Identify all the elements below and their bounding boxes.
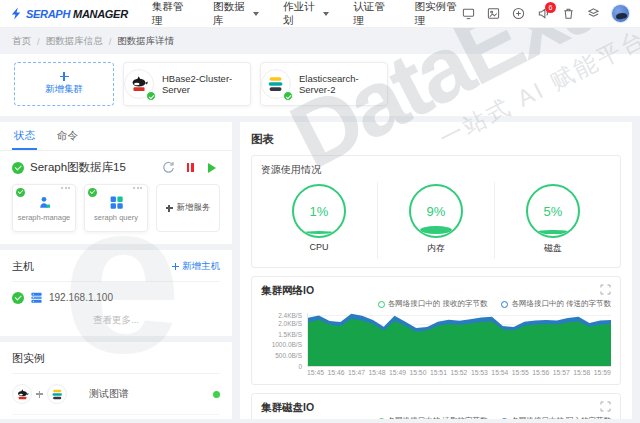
cluster-name: HBase2-Cluster-Server (162, 73, 250, 95)
host-row[interactable]: 192.168.1.100 (12, 282, 220, 310)
gauge-label: CPU (309, 242, 328, 252)
hosts-title: 主机 (12, 259, 34, 274)
service-name: seraph query (94, 213, 138, 222)
y-tick-label: 1000.0B/S (272, 341, 302, 348)
breadcrumb-db-info[interactable]: 图数据库信息 (46, 35, 103, 48)
instance-row[interactable]: 测试图谱 (12, 374, 220, 415)
legend-received-bytes[interactable]: 各网络接口中的 接收的字节数 (378, 299, 488, 309)
trash-icon[interactable] (561, 7, 575, 21)
gridline (308, 366, 611, 367)
start-button[interactable] (204, 161, 220, 175)
tab-command[interactable]: 命令 (55, 122, 80, 150)
nav-job-schedule[interactable]: 作业计划 (283, 0, 329, 28)
legend-read-bytes[interactable]: 各网络接口中的 读取的字节数 (378, 416, 488, 419)
breadcrumb-home[interactable]: 首页 (12, 35, 31, 48)
main-nav: 集群管理 图数据库 作业计划 认证管理 图实例管理 (152, 0, 461, 28)
chevron-down-icon (323, 12, 329, 16)
tab-status[interactable]: 状态 (12, 122, 37, 150)
brand-secondary: MANAGER (73, 8, 128, 20)
gauge-label: 磁盘 (544, 242, 562, 255)
cluster-card-strip: 新增集群 HBase2-Cluster-Server Elasticsearch… (0, 54, 640, 116)
service-name: seraph-manage (18, 213, 71, 222)
database-row: Seraph图数据库15 (12, 151, 220, 182)
expand-icon[interactable] (600, 284, 611, 295)
more-menu-icon[interactable] (61, 187, 70, 189)
server-icon (30, 291, 43, 304)
nav-graph-instance-management[interactable]: 图实例管理 (414, 0, 461, 28)
service-card-seraph-manage[interactable]: seraph-manage (12, 184, 76, 232)
y-tick-label: 2.0KB/S (278, 320, 302, 327)
gauge-liquid-fill (537, 230, 569, 235)
logo-bolt-icon (10, 7, 23, 20)
add-service-button[interactable]: 新增服务 (156, 184, 220, 232)
disk-io-title: 集群磁盘IO (261, 401, 314, 415)
person-icon (37, 195, 52, 210)
nav-auth-management[interactable]: 认证管理 (353, 0, 390, 28)
nav-cluster-management[interactable]: 集群管理 (152, 0, 189, 28)
add-cluster-button[interactable]: 新增集群 (14, 62, 114, 106)
x-tick-label: 15:55 (512, 369, 529, 376)
legend-transmitted-bytes[interactable]: 各网络接口中的 传送的字节数 (501, 299, 611, 309)
pause-button[interactable] (182, 161, 198, 175)
x-tick-label: 15:51 (430, 369, 447, 376)
refresh-button[interactable] (160, 161, 176, 175)
breadcrumb: 首页 / 图数据库信息 / 图数据库详情 (0, 28, 640, 54)
y-tick-label: 0 (298, 363, 302, 370)
instance-name: 测试图谱 (89, 387, 213, 401)
gauge-value: 1% (310, 204, 329, 219)
stacked-area-series (308, 313, 611, 366)
resource-usage-title: 资源使用情况 (261, 163, 611, 177)
instances-section-header: 图实例 (12, 342, 220, 374)
legend-marker-blue (501, 418, 508, 420)
status-panel: 状态 命令 Seraph图数据库15 seraph-manage seraph … (0, 122, 232, 419)
x-tick-label: 15:48 (368, 369, 385, 376)
status-ok-dot (213, 391, 220, 398)
network-io-y-axis: 2.4KB/S2.0KB/S1.5KB/S1000.0B/S500.0B/S0 (261, 313, 307, 367)
expand-icon[interactable] (600, 401, 611, 412)
plus-icon (60, 72, 69, 81)
network-io-title: 集群网络IO (261, 284, 314, 298)
add-circle-icon[interactable] (511, 7, 525, 21)
status-ok-badge (283, 91, 293, 101)
status-ok-badge (88, 188, 97, 197)
service-cards: seraph-manage seraph query 新增服务 (12, 182, 220, 244)
disk-io-card: 集群磁盘IO 各网络接口中的 读取的字节数 各网络接口中的 写入的字节数 1.0… (251, 393, 621, 419)
add-host-button[interactable]: 新增主机 (172, 260, 220, 273)
legend-write-bytes[interactable]: 各网络接口中的 写入的字节数 (501, 416, 611, 419)
service-card-seraph-query[interactable]: seraph query (84, 184, 148, 232)
y-tick-label: 1.5KB/S (278, 331, 302, 338)
monitor-icon[interactable] (461, 7, 475, 21)
x-tick-label: 15:59 (594, 369, 611, 376)
gauge-memory: 9% 内存 (378, 182, 495, 259)
header-actions: 6 (461, 4, 630, 23)
notification-icon[interactable]: 6 (536, 7, 550, 21)
network-io-legend: 各网络接口中的 接收的字节数 各网络接口中的 传送的字节数 (261, 299, 611, 309)
charts-panel-title: 图表 (251, 130, 621, 155)
x-tick-label: 15:47 (348, 369, 365, 376)
image-icon[interactable] (486, 7, 500, 21)
database-name: Seraph图数据库15 (30, 160, 154, 175)
gauge-liquid-fill (303, 231, 335, 234)
x-tick-label: 15:52 (450, 369, 467, 376)
more-menu-icon[interactable] (133, 187, 142, 189)
resource-usage-card: 资源使用情况 1% CPU 9% 内存 5% 磁盘 (251, 155, 621, 268)
instances-title: 图实例 (12, 351, 45, 366)
nav-graph-database[interactable]: 图数据库 (213, 0, 259, 28)
gauge-cpu: 1% CPU (261, 182, 378, 259)
layers-icon[interactable] (586, 7, 600, 21)
view-more-link[interactable]: 查看更多... (12, 310, 220, 336)
chevron-down-icon (253, 12, 259, 16)
gauge-disk: 5% 磁盘 (495, 182, 611, 259)
avatar[interactable] (611, 4, 630, 23)
host-ip: 192.168.1.100 (49, 292, 113, 303)
x-tick-label: 15:50 (409, 369, 426, 376)
cluster-card-elasticsearch[interactable]: Elasticsearch-Server-2 (260, 62, 388, 106)
network-io-x-axis: 15:4515:4615:4715:4815:4915:5015:5115:52… (307, 367, 611, 376)
app-logo[interactable]: SERAPH MANAGER (10, 7, 128, 20)
gauge-liquid-fill (420, 226, 452, 234)
cluster-card-hbase[interactable]: HBase2-Cluster-Server (123, 62, 251, 106)
status-ok-badge (16, 188, 25, 197)
charts-panel: 图表 资源使用情况 1% CPU 9% 内存 5% 磁盘 (240, 122, 632, 419)
status-ok-badge (146, 91, 156, 101)
network-io-card: 集群网络IO 各网络接口中的 接收的字节数 各网络接口中的 传送的字节数 2.4… (251, 276, 621, 385)
